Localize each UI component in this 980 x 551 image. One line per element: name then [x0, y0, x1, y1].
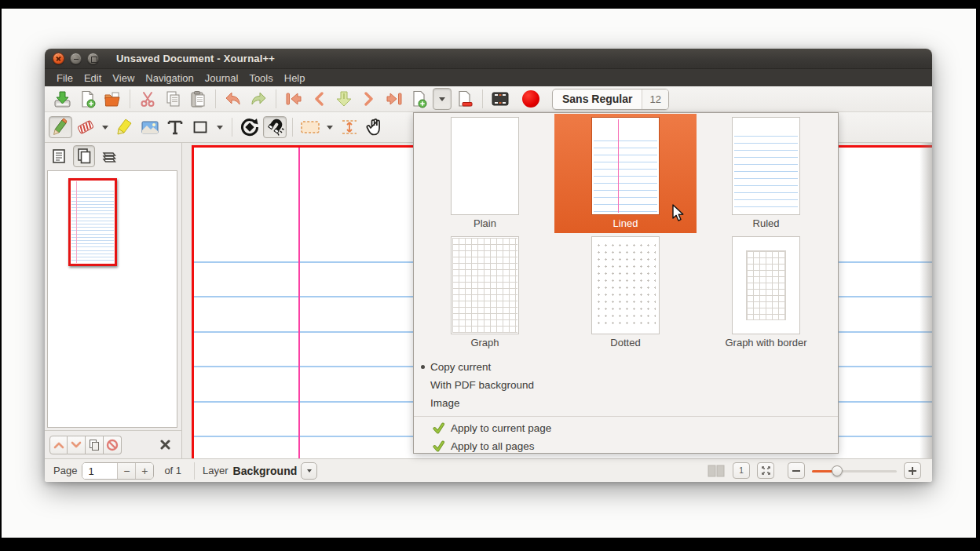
- page-label: Page: [53, 465, 77, 476]
- separator: [130, 89, 130, 108]
- template-plain[interactable]: Plain: [414, 114, 556, 233]
- record-audio-button[interactable]: [522, 90, 539, 108]
- maximize-window-icon[interactable]: [87, 53, 99, 64]
- zoom-slider[interactable]: [812, 465, 897, 476]
- menu-separator: [414, 416, 838, 417]
- template-ruled[interactable]: Ruled: [695, 114, 837, 233]
- menu-view[interactable]: View: [107, 71, 140, 86]
- page-template-dropdown-button[interactable]: [433, 88, 452, 110]
- highlighter-tool-button[interactable]: [113, 116, 137, 138]
- menu-tools[interactable]: Tools: [243, 71, 278, 86]
- menu-edit[interactable]: Edit: [79, 71, 107, 86]
- snapping-button[interactable]: [263, 116, 287, 138]
- hand-tool-button[interactable]: [363, 116, 386, 138]
- zoom-in-button[interactable]: [904, 462, 921, 479]
- goto-page-button[interactable]: [332, 88, 356, 110]
- new-document-button[interactable]: [75, 88, 99, 110]
- undo-button[interactable]: [221, 88, 245, 110]
- fit-page-button[interactable]: [757, 462, 774, 479]
- template-graph[interactable]: Graph: [414, 233, 556, 352]
- shape-tool-button[interactable]: [188, 116, 212, 138]
- next-page-button[interactable]: [357, 88, 381, 110]
- text-tool-button[interactable]: [163, 116, 187, 138]
- page-decrease-button[interactable]: −: [117, 463, 135, 479]
- delete-page-button-sidebar[interactable]: [104, 436, 122, 454]
- undo-icon: [224, 91, 243, 107]
- save-button[interactable]: [50, 88, 74, 110]
- move-page-down-button[interactable]: [68, 436, 86, 454]
- select-options-button[interactable]: [324, 116, 336, 138]
- menu-item-copy-current[interactable]: Copy current: [414, 358, 838, 376]
- insert-image-button[interactable]: [138, 116, 162, 138]
- zoom-out-button[interactable]: [788, 462, 805, 479]
- template-graph-border[interactable]: Graph with border: [695, 233, 837, 352]
- last-page-button[interactable]: [382, 88, 406, 110]
- font-size[interactable]: 12: [642, 89, 667, 109]
- chevron-down-icon: [327, 126, 333, 130]
- dotted-dots: [595, 242, 656, 329]
- template-label: Graph: [414, 337, 556, 348]
- move-page-up-button[interactable]: [49, 436, 68, 454]
- copy-page-button[interactable]: [86, 436, 104, 454]
- layer-label: Layer: [203, 465, 229, 476]
- page-template-menu: Plain Lined Ruled Graph Dotted: [413, 112, 839, 454]
- fit-page-width-button[interactable]: 1: [733, 462, 750, 479]
- text-tool-icon: [166, 119, 184, 136]
- minus-icon: [792, 469, 800, 473]
- previous-page-icon: [313, 92, 325, 106]
- shape-options-button[interactable]: [214, 116, 226, 138]
- close-sidebar-button[interactable]: [160, 440, 170, 450]
- cut-button[interactable]: [136, 88, 159, 110]
- page-increase-button[interactable]: +: [135, 463, 153, 479]
- template-dotted[interactable]: Dotted: [554, 233, 697, 352]
- first-page-button[interactable]: [282, 88, 305, 110]
- menu-journal[interactable]: Journal: [199, 71, 244, 86]
- menu-item-apply-current-page[interactable]: Apply to current page: [414, 419, 838, 437]
- page-thumbnail[interactable]: [68, 178, 117, 266]
- page-margin-line: [298, 148, 300, 458]
- paste-button[interactable]: [186, 88, 210, 110]
- template-ruled-thumbnail: [732, 117, 800, 215]
- eraser-tool-button[interactable]: [74, 116, 97, 138]
- sidebar-tab-contents[interactable]: [48, 145, 70, 167]
- menu-item-with-pdf-background[interactable]: With PDF background: [414, 376, 838, 394]
- template-dotted-thumbnail: [591, 236, 660, 334]
- menu-item-label: Apply to all pages: [451, 440, 535, 452]
- pen-tool-button[interactable]: [49, 116, 72, 138]
- vertical-space-icon: [340, 119, 359, 136]
- letterbox-top: [0, 0, 980, 9]
- titlebar: Unsaved Document - Xournal++: [45, 49, 932, 69]
- template-graph-border-thumbnail: [732, 236, 800, 334]
- eraser-options-button[interactable]: [99, 116, 112, 138]
- menu-item-image[interactable]: Image: [414, 394, 838, 412]
- zoom-slider-handle[interactable]: [832, 465, 843, 476]
- previous-page-button[interactable]: [307, 88, 331, 110]
- copy-button[interactable]: [161, 88, 185, 110]
- menu-file[interactable]: File: [51, 71, 79, 86]
- menubar: File Edit View Navigation Journal Tools …: [45, 69, 932, 86]
- page-spinner: 1 − +: [82, 462, 154, 480]
- menu-help[interactable]: Help: [279, 71, 311, 86]
- redo-button[interactable]: [247, 88, 270, 110]
- separator: [276, 89, 276, 108]
- shape-recognizer-button[interactable]: [238, 116, 261, 138]
- new-page-after-button[interactable]: [408, 88, 431, 110]
- vertical-space-button[interactable]: [338, 116, 361, 138]
- open-button[interactable]: [101, 88, 124, 110]
- menu-item-apply-all-pages[interactable]: Apply to all pages: [414, 437, 838, 455]
- delete-page-button[interactable]: [453, 88, 477, 110]
- font-button[interactable]: Sans Regular 12: [552, 89, 669, 110]
- page-number-input[interactable]: 1: [82, 463, 117, 479]
- select-region-button[interactable]: [298, 116, 322, 138]
- sidebar-tab-pages[interactable]: [73, 145, 95, 167]
- chevron-down-icon: [71, 441, 82, 449]
- separator: [482, 89, 483, 108]
- menu-navigation[interactable]: Navigation: [140, 71, 199, 86]
- layer-dropdown-button[interactable]: [301, 462, 317, 480]
- sidebar-tab-layers[interactable]: [98, 145, 120, 167]
- minimize-window-icon[interactable]: [70, 53, 82, 64]
- separator: [292, 118, 293, 137]
- letterbox-left: [0, 0, 2, 551]
- presentation-mode-button[interactable]: [488, 88, 512, 110]
- close-window-icon[interactable]: [53, 53, 64, 64]
